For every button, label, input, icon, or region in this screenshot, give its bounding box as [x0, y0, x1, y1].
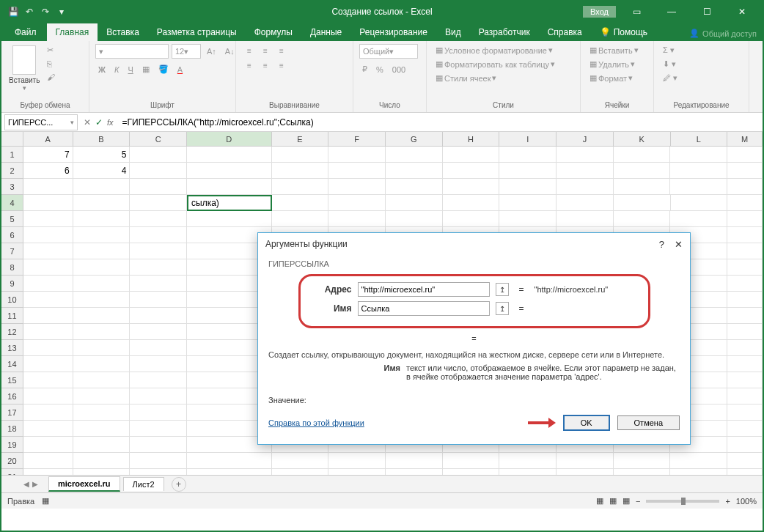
underline-button[interactable]: Ч: [125, 64, 136, 75]
cell-H2[interactable]: [443, 163, 500, 179]
view-normal-icon[interactable]: ▦: [596, 496, 603, 506]
cell-C11[interactable]: [130, 308, 187, 324]
cell-M18[interactable]: [727, 421, 763, 437]
cell-A13[interactable]: [23, 340, 73, 356]
cell-I5[interactable]: [499, 211, 557, 227]
formula-input[interactable]: [120, 114, 763, 130]
cell-M7[interactable]: [727, 243, 763, 259]
cell-B9[interactable]: [73, 276, 131, 292]
cell-D2[interactable]: [187, 163, 272, 179]
cell-C6[interactable]: [130, 227, 187, 243]
cell-B19[interactable]: [73, 437, 131, 453]
tab-insert[interactable]: Вставка: [98, 23, 148, 41]
arg2-range-picker-icon[interactable]: ↥: [496, 302, 509, 315]
tab-pagelayout[interactable]: Разметка страницы: [148, 23, 246, 41]
cell-C10[interactable]: [130, 292, 187, 308]
cell-C17[interactable]: [130, 404, 187, 421]
autosum-icon[interactable]: Σ ▾: [660, 44, 680, 56]
cell-A19[interactable]: [23, 437, 73, 453]
cell-A17[interactable]: [23, 404, 73, 421]
login-button[interactable]: Вход: [583, 6, 616, 18]
font-color-icon[interactable]: A: [175, 64, 186, 75]
cell-A20[interactable]: [23, 453, 73, 469]
row-header-13[interactable]: 13: [1, 340, 23, 356]
cell-A9[interactable]: [23, 276, 73, 292]
function-help-link[interactable]: Справка по этой функции: [268, 418, 364, 427]
cell-C7[interactable]: [130, 243, 187, 259]
cell-C1[interactable]: [130, 147, 187, 163]
decrease-font-icon[interactable]: A↓: [222, 45, 238, 57]
cell-G21[interactable]: [386, 469, 443, 475]
cell-C8[interactable]: [130, 259, 187, 276]
cell-M19[interactable]: [727, 437, 763, 453]
cell-C14[interactable]: [130, 356, 187, 372]
tab-view[interactable]: Вид: [436, 23, 470, 41]
share-button[interactable]: 👤Общий доступ: [683, 26, 763, 41]
cell-C21[interactable]: [130, 469, 187, 475]
cell-C13[interactable]: [130, 340, 187, 356]
cell-A3[interactable]: [23, 179, 73, 195]
dialog-close-icon[interactable]: ✕: [675, 239, 683, 250]
cell-H21[interactable]: [443, 469, 500, 475]
format-as-table-button[interactable]: ▦ Форматировать как таблицу ▾: [433, 58, 558, 70]
cell-C9[interactable]: [130, 276, 187, 292]
cell-M13[interactable]: [727, 340, 763, 356]
cell-A18[interactable]: [23, 421, 73, 437]
col-header-G[interactable]: G: [386, 132, 443, 146]
cell-I1[interactable]: [499, 147, 557, 163]
cell-H3[interactable]: [443, 179, 500, 195]
format-painter-icon[interactable]: 🖌: [44, 71, 58, 83]
undo-icon[interactable]: ↶: [23, 6, 35, 18]
view-break-icon[interactable]: ▦: [622, 496, 630, 506]
cell-E21[interactable]: [272, 469, 329, 475]
cell-D1[interactable]: [187, 147, 272, 163]
cell-K2[interactable]: [614, 163, 671, 179]
cell-C3[interactable]: [130, 179, 187, 195]
tab-formulas[interactable]: Формулы: [246, 23, 301, 41]
cell-H5[interactable]: [443, 211, 500, 227]
add-sheet-icon[interactable]: +: [172, 477, 186, 492]
col-header-H[interactable]: H: [443, 132, 500, 146]
cell-J20[interactable]: [557, 453, 614, 469]
row-header-11[interactable]: 11: [1, 308, 23, 324]
copy-icon[interactable]: ⎘: [44, 58, 58, 70]
tab-file[interactable]: Файл: [4, 23, 47, 41]
cell-B18[interactable]: [73, 421, 131, 437]
cell-D21[interactable]: [187, 469, 272, 475]
cell-I2[interactable]: [499, 163, 557, 179]
cell-G3[interactable]: [386, 179, 443, 195]
col-header-A[interactable]: A: [23, 132, 73, 146]
comma-icon[interactable]: 000: [389, 64, 408, 75]
currency-icon[interactable]: ₽: [359, 63, 370, 75]
cell-B3[interactable]: [73, 179, 131, 195]
number-format-select[interactable]: Общий ▾: [359, 44, 418, 59]
cell-E2[interactable]: [272, 163, 329, 179]
cell-B21[interactable]: [73, 469, 131, 475]
cell-F3[interactable]: [328, 179, 386, 195]
align-left-icon[interactable]: ≡: [242, 59, 257, 72]
row-header-21[interactable]: 21: [1, 469, 23, 475]
cut-icon[interactable]: ✂: [44, 44, 58, 56]
zoom-out-icon[interactable]: −: [636, 497, 640, 506]
cell-C20[interactable]: [130, 453, 187, 469]
cell-L5[interactable]: [670, 211, 727, 227]
cell-M3[interactable]: [727, 179, 763, 195]
arg2-input[interactable]: [358, 301, 490, 316]
cell-C2[interactable]: [130, 163, 187, 179]
font-size-select[interactable]: 12 ▾: [172, 44, 201, 59]
col-header-L[interactable]: L: [671, 132, 728, 146]
align-right-icon[interactable]: ≡: [274, 59, 289, 72]
cell-M8[interactable]: [727, 259, 763, 276]
prev-sheet-icon[interactable]: ◀: [23, 480, 29, 488]
cell-B6[interactable]: [73, 227, 131, 243]
cell-E3[interactable]: [272, 179, 329, 195]
cell-G1[interactable]: [386, 147, 443, 163]
cell-L1[interactable]: [670, 147, 727, 163]
col-header-D[interactable]: D: [187, 132, 272, 146]
cell-J4[interactable]: [557, 195, 614, 211]
cell-C4[interactable]: [130, 195, 187, 211]
cell-H4[interactable]: [443, 195, 500, 211]
percent-icon[interactable]: %: [373, 64, 386, 75]
cell-M10[interactable]: [727, 292, 763, 308]
tab-developer[interactable]: Разработчик: [470, 23, 539, 41]
